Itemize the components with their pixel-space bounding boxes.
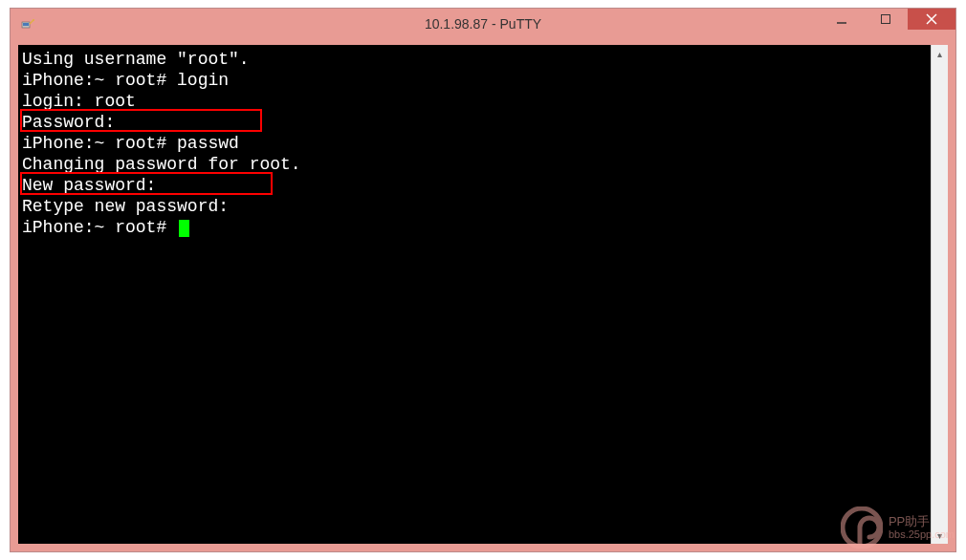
- svg-point-3: [33, 19, 34, 21]
- pp-logo-icon: [841, 506, 883, 549]
- close-button[interactable]: [908, 9, 955, 30]
- scroll-up-arrow[interactable]: ▴: [932, 45, 948, 62]
- watermark-brand: PP助手: [889, 514, 955, 529]
- putty-app-icon: [18, 14, 37, 33]
- terminal-line: Retype new password:: [22, 196, 927, 217]
- terminal-line: iPhone:~ root# passwd: [22, 133, 927, 154]
- vertical-scrollbar[interactable]: ▴ ▾: [931, 45, 948, 544]
- maximize-button[interactable]: [864, 9, 908, 30]
- putty-window: 10.1.98.87 - PuTTY Using username "root"…: [10, 8, 956, 552]
- svg-rect-5: [882, 15, 890, 24]
- minimize-button[interactable]: [820, 9, 864, 30]
- terminal-cursor: [179, 220, 189, 237]
- window-title: 10.1.98.87 - PuTTY: [425, 16, 541, 32]
- terminal-line: login: root: [22, 91, 927, 112]
- titlebar[interactable]: 10.1.98.87 - PuTTY: [11, 9, 955, 39]
- terminal-line: Using username "root".: [22, 49, 927, 70]
- watermark: PP助手 bbs.25pp.com: [841, 506, 955, 549]
- terminal-line: iPhone:~ root#: [22, 217, 927, 238]
- terminal-line: Changing password for root.: [22, 154, 927, 175]
- terminal-line: New password:: [22, 175, 927, 196]
- terminal-line: iPhone:~ root# login: [22, 70, 927, 91]
- terminal[interactable]: Using username "root".iPhone:~ root# log…: [18, 45, 931, 544]
- svg-rect-1: [23, 23, 29, 26]
- terminal-line: Password:: [22, 112, 927, 133]
- window-controls: [820, 9, 955, 30]
- watermark-url: bbs.25pp.com: [889, 528, 955, 541]
- terminal-container: Using username "root".iPhone:~ root# log…: [18, 45, 948, 544]
- client-area: Using username "root".iPhone:~ root# log…: [11, 39, 955, 551]
